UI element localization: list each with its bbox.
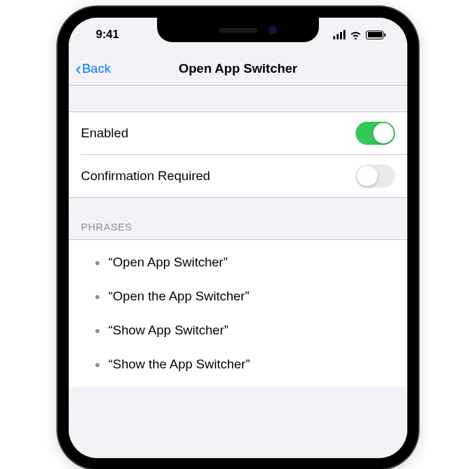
enabled-row: Enabled (69, 112, 407, 154)
phrase-text: “Show App Switcher” (108, 323, 228, 338)
bullet-icon: ● (95, 359, 100, 370)
chevron-left-icon: ‹ (75, 60, 82, 77)
cellular-signal-icon (333, 30, 346, 39)
phrase-item: ● “Show the App Switcher” (69, 347, 407, 381)
confirmation-label: Confirmation Required (81, 169, 210, 184)
enabled-toggle[interactable] (356, 122, 395, 145)
nav-bar: ‹ Back Open App Switcher (69, 52, 407, 86)
back-button[interactable]: ‹ Back (75, 60, 111, 77)
confirmation-row: Confirmation Required (81, 154, 407, 197)
wifi-icon (350, 30, 362, 39)
phrase-text: “Open App Switcher” (108, 255, 227, 270)
battery-icon (366, 31, 386, 39)
phrase-item: ● “Open the App Switcher” (69, 279, 407, 313)
back-label: Back (82, 61, 111, 76)
bullet-icon: ● (95, 257, 100, 268)
status-time: 9:41 (96, 28, 119, 41)
phrase-text: “Show the App Switcher” (108, 357, 250, 372)
phrase-item: ● “Open App Switcher” (69, 245, 407, 279)
page-title: Open App Switcher (179, 61, 298, 76)
settings-group: Enabled Confirmation Required (69, 111, 407, 198)
status-icons (333, 30, 386, 39)
phrases-header: PHRASES (69, 198, 407, 239)
notch (157, 18, 319, 42)
enabled-label: Enabled (81, 126, 129, 141)
screen: 9:41 (69, 18, 407, 458)
confirmation-toggle[interactable] (356, 164, 395, 188)
phone-frame: 9:41 (58, 7, 418, 469)
bullet-icon: ● (95, 291, 100, 302)
phrase-text: “Open the App Switcher” (108, 289, 249, 304)
phrase-item: ● “Show App Switcher” (69, 313, 407, 347)
front-camera (269, 26, 277, 34)
bullet-icon: ● (95, 325, 100, 336)
speaker (219, 28, 257, 33)
content-area: Enabled Confirmation Required PHRASES ● … (69, 86, 407, 458)
phrases-list: ● “Open App Switcher” ● “Open the App Sw… (69, 239, 407, 387)
